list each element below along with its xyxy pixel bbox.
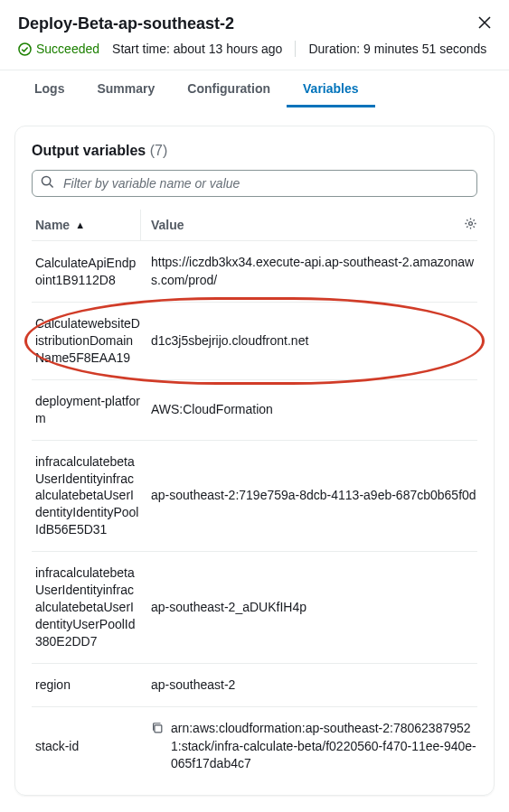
cell-name: CalculatewebsiteDistributionDomainName5F…	[32, 315, 140, 367]
svg-point-0	[19, 42, 31, 54]
copy-icon[interactable]	[151, 722, 164, 740]
card-title: Output variables (7)	[32, 143, 477, 159]
cell-name: CalculateApiEndpoint1B9112D8	[32, 255, 140, 289]
divider	[295, 41, 296, 57]
cell-name: infracalculatebetaUserIdentityinfracalcu…	[32, 565, 140, 649]
cell-name: stack-id	[32, 738, 140, 755]
cell-value: ap-southeast-2_aDUKfIH4p	[140, 599, 477, 617]
value-text: arn:aws:cloudformation:ap-southeast-2:78…	[171, 720, 477, 773]
count-badge: (7)	[150, 143, 168, 158]
value-text: d1c3j5sbejrijo.cloudfront.net	[151, 332, 308, 350]
table-row: CalculatewebsiteDistributionDomainName5F…	[32, 303, 477, 380]
cell-name: region	[32, 677, 140, 694]
table-row: infracalculatebetaUserIdentityinfracalcu…	[32, 441, 477, 552]
page-title: Deploy-Beta-ap-southeast-2	[18, 14, 234, 33]
cell-value: https://iczdb3kx34.execute-api.ap-southe…	[140, 254, 477, 289]
value-text: ap-southeast-2_aDUKfIH4p	[151, 599, 306, 617]
value-text: ap-southeast-2:719e759a-8dcb-4113-a9eb-6…	[151, 487, 476, 505]
col-header-name[interactable]: Name ▲	[32, 217, 140, 233]
cell-value: ap-southeast-2:719e759a-8dcb-4113-a9eb-6…	[140, 487, 477, 505]
tab-variables[interactable]: Variables	[287, 70, 375, 107]
cell-value: arn:aws:cloudformation:ap-southeast-2:78…	[140, 720, 477, 773]
status-text: Succeeded	[36, 42, 99, 56]
value-text: AWS:CloudFormation	[151, 401, 273, 419]
start-time: Start time: about 13 hours ago	[112, 42, 282, 56]
svg-point-2	[469, 222, 473, 226]
success-icon	[18, 42, 32, 56]
tab-summary[interactable]: Summary	[80, 70, 171, 107]
cell-value: AWS:CloudFormation	[140, 401, 477, 419]
filter-input[interactable]	[32, 170, 477, 197]
cell-name: infracalculatebetaUserIdentityinfracalcu…	[32, 453, 140, 538]
panel-header: Deploy-Beta-ap-southeast-2 Succeeded Sta…	[0, 0, 509, 70]
duration: Duration: 9 minutes 51 seconds	[308, 42, 486, 56]
search-icon	[41, 175, 54, 191]
table-row: stack-idarn:aws:cloudformation:ap-southe…	[32, 707, 477, 786]
settings-icon[interactable]	[456, 217, 477, 233]
table-row: infracalculatebetaUserIdentityinfracalcu…	[32, 552, 477, 663]
sort-asc-icon: ▲	[75, 219, 85, 230]
svg-point-1	[42, 176, 50, 184]
tabs: Logs Summary Configuration Variables	[0, 70, 509, 107]
status-badge: Succeeded	[18, 42, 99, 56]
cell-name: deployment-platform	[32, 393, 140, 427]
table-body: CalculateApiEndpoint1B9112D8https://iczd…	[32, 241, 477, 786]
cell-value: d1c3j5sbejrijo.cloudfront.net	[140, 332, 477, 350]
close-icon[interactable]	[478, 14, 491, 33]
table-header: Name ▲ Value	[32, 217, 477, 241]
cell-value: ap-southeast-2	[140, 677, 477, 695]
value-text: https://iczdb3kx34.execute-api.ap-southe…	[151, 254, 477, 289]
col-header-value[interactable]: Value	[140, 217, 456, 233]
svg-rect-3	[155, 725, 162, 733]
table-row: deployment-platformAWS:CloudFormation	[32, 380, 477, 441]
tab-logs[interactable]: Logs	[18, 70, 80, 107]
table-row: regionap-southeast-2	[32, 664, 477, 708]
output-variables-card: Output variables (7) Name ▲ Value Calcul…	[14, 126, 495, 796]
tab-configuration[interactable]: Configuration	[171, 70, 287, 107]
value-text: ap-southeast-2	[151, 677, 235, 695]
table-row: CalculateApiEndpoint1B9112D8https://iczd…	[32, 241, 477, 303]
